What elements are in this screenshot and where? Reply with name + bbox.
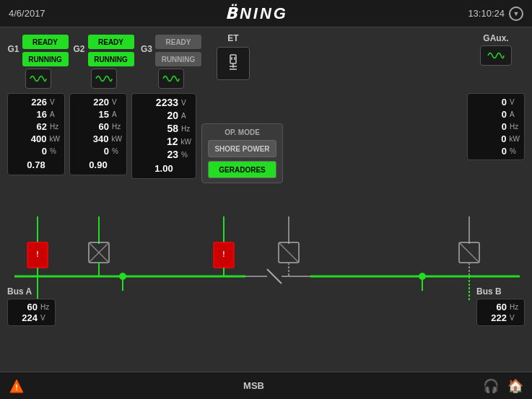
generator-g1: G1 READY RUNNING	[7, 33, 69, 89]
g3-wave	[158, 69, 184, 89]
g1-pf: 0.78	[12, 158, 60, 172]
gaux-kw: 0	[481, 133, 507, 144]
g3-metrics: 2233 V 20 A 58 Hz 12 kW 23 % 1.00	[131, 93, 196, 179]
g2-current: 15	[84, 109, 109, 120]
footer-title: MSB	[243, 380, 264, 391]
g2-kw: 340	[84, 133, 109, 144]
bus-b-label: Bus B	[476, 286, 525, 297]
gaux-metrics: 0 V 0 A 0 Hz 0 kW 0 %	[467, 93, 525, 160]
footer-warning: !	[9, 378, 25, 394]
bus-a-label: Bus A	[7, 286, 56, 297]
header-logo: B̈NING	[225, 4, 288, 23]
bus-b-hz: 60	[481, 302, 507, 312]
bus-b-voltage: 222	[481, 312, 507, 323]
header: 4/6/2017 B̈NING 13:10:24 ▼	[0, 0, 532, 27]
clock-icon[interactable]: ▼	[509, 6, 523, 21]
g3-label: G3	[141, 44, 152, 54]
op-mode-label: OP. MODE	[224, 128, 260, 136]
header-date: 4/6/2017	[9, 8, 45, 19]
generator-gaux: GAux.	[467, 33, 525, 66]
geradores-btn[interactable]: GERADORES	[208, 161, 276, 178]
shore-power-btn[interactable]: SHORE POWER	[208, 140, 276, 157]
svg-line-24	[279, 242, 299, 263]
g1-running-btn[interactable]: RUNNING	[22, 52, 69, 66]
gaux-hz: 0	[481, 121, 507, 132]
bus-b-readings: 60 Hz 222 V	[476, 299, 525, 326]
op-mode-panel: OP. MODE SHORE POWER GERADORES	[201, 93, 284, 214]
gaux-wave	[480, 45, 512, 66]
plug-icon	[222, 52, 245, 75]
svg-line-31	[459, 242, 479, 263]
g3-current: 20	[148, 110, 178, 121]
header-time: 13:10:24 ▼	[468, 6, 523, 21]
et-label: ET	[227, 33, 238, 43]
bus-diagram: ! !	[0, 215, 532, 332]
g1-kw: 400	[22, 133, 47, 144]
svg-text:!: !	[222, 250, 224, 258]
svg-text:!: !	[36, 250, 38, 258]
g2-hz: 60	[84, 121, 109, 132]
g2-pf: 0.90	[74, 158, 122, 172]
gaux-current: 0	[481, 109, 507, 120]
footer: ! MSB 🎧 🏠	[0, 372, 532, 399]
g1-current: 16	[22, 109, 47, 120]
g2-pct: 0	[84, 146, 109, 157]
gaux-voltage: 0	[481, 97, 507, 108]
generator-g2: G2 READY RUNNING	[73, 33, 134, 89]
g1-voltage: 226	[22, 97, 47, 108]
g3-voltage: 2233	[148, 97, 178, 108]
g3-pct: 23	[148, 149, 178, 160]
gaux-label: GAux.	[483, 33, 508, 43]
g3-hz: 58	[148, 123, 178, 134]
svg-line-27	[267, 269, 282, 284]
g1-ready-btn[interactable]: READY	[22, 35, 69, 49]
svg-text:!: !	[15, 384, 17, 392]
g1-wave	[25, 69, 51, 89]
g3-running-btn[interactable]: RUNNING	[155, 52, 201, 66]
generator-et: ET	[208, 33, 258, 80]
main-panel: G1 READY RUNNING G2 READY RUNNING	[0, 27, 532, 372]
home-icon[interactable]: 🏠	[507, 378, 523, 394]
bus-a-info: Bus A 60 Hz 224 V	[7, 286, 56, 326]
g1-metrics: 226 V 16 A 62 Hz 400 kW 0 % 0.78	[7, 93, 65, 175]
g1-hz: 62	[22, 121, 47, 132]
g3-ready-btn[interactable]: READY	[155, 35, 201, 49]
g2-metrics: 220 V 15 A 60 Hz 340 kW 0 % 0.90	[69, 93, 127, 175]
bus-a-voltage: 224	[12, 312, 38, 323]
g2-wave	[91, 69, 117, 89]
headphone-icon[interactable]: 🎧	[483, 378, 499, 394]
g1-pct: 0	[22, 146, 47, 157]
bus-diagram-svg: ! !	[0, 215, 532, 332]
g2-running-btn[interactable]: RUNNING	[88, 52, 134, 66]
warning-icon: !	[9, 378, 25, 394]
g3-kw: 12	[148, 136, 178, 147]
g3-pf: 1.00	[136, 162, 191, 175]
gaux-pct: 0	[481, 146, 507, 157]
g2-label: G2	[73, 44, 84, 54]
g2-ready-btn[interactable]: READY	[88, 35, 134, 49]
bus-b-info: Bus B 60 Hz 222 V	[476, 286, 525, 326]
svg-rect-0	[230, 55, 236, 63]
bus-a-hz: 60	[12, 302, 38, 312]
g2-voltage: 220	[84, 97, 109, 108]
generator-g3: G3 READY RUNNING	[139, 33, 204, 89]
bus-a-readings: 60 Hz 224 V	[7, 299, 56, 326]
g1-label: G1	[7, 44, 19, 54]
footer-icons: 🎧 🏠	[483, 378, 523, 394]
